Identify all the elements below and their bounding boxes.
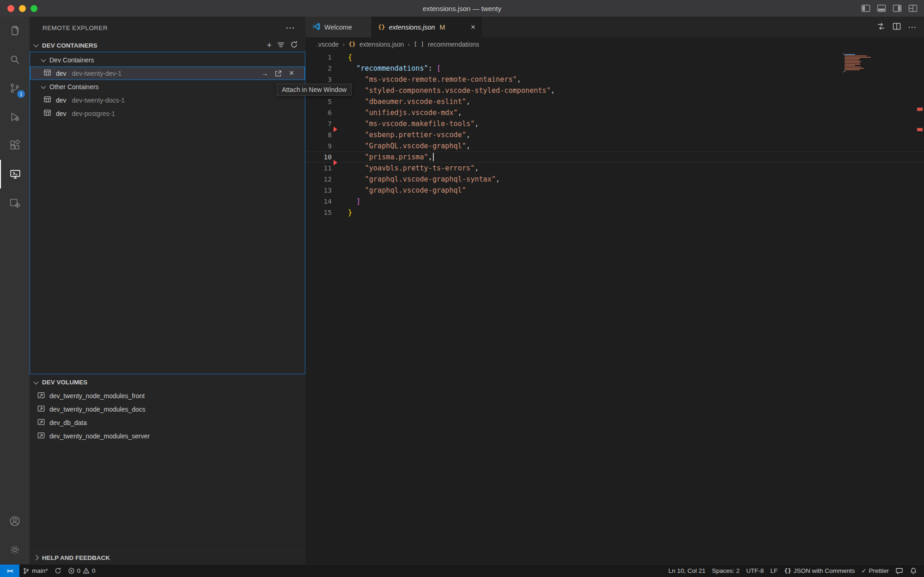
activity-bar: 1 — [0, 17, 30, 564]
section-dev-containers[interactable]: DEV CONTAINERS + — [30, 39, 305, 52]
code-line[interactable]: 4 "styled-components.vscode-styled-compo… — [305, 85, 924, 96]
toggle-primary-sidebar-icon[interactable] — [861, 4, 870, 12]
volume-item-row[interactable]: dev_twenty_node_modules_docs — [30, 402, 305, 416]
open-changes-icon[interactable] — [876, 22, 886, 33]
git-branch-status[interactable]: main* — [19, 567, 51, 575]
line-number[interactable]: 14 — [305, 198, 332, 205]
warning-count: 0 — [92, 567, 96, 574]
encoding-status[interactable]: UTF-8 — [743, 567, 767, 574]
minimap[interactable] — [843, 53, 872, 73]
customize-layout-icon[interactable] — [908, 4, 918, 12]
chevron-right-icon — [33, 555, 38, 560]
tab-bar: Welcome {} extensions.json M × ⋯ — [305, 17, 924, 37]
refresh-icon[interactable] — [290, 41, 298, 50]
chevron-separator: › — [342, 40, 345, 48]
line-number[interactable]: 5 — [305, 98, 332, 105]
code-line[interactable]: 13 "graphql.vscode-graphql" — [305, 185, 924, 196]
line-number[interactable]: 10 — [305, 153, 332, 161]
container-item-row[interactable]: devdev-twenty-dev-1→× — [30, 67, 305, 80]
more-actions-icon[interactable]: ⋯ — [908, 22, 917, 32]
feedback-icon[interactable] — [892, 567, 906, 575]
code-line[interactable]: 3 "ms-vscode-remote.remote-containers", — [305, 74, 924, 85]
overview-ruler-mark — [917, 128, 923, 131]
line-number[interactable]: 12 — [305, 176, 332, 183]
line-number[interactable]: 13 — [305, 187, 332, 194]
code-editor[interactable]: 1{2 "recommendations": [3 "ms-vscode-rem… — [305, 51, 924, 564]
line-number[interactable]: 11 — [305, 164, 332, 172]
zoom-window-button[interactable] — [30, 5, 37, 12]
volume-icon — [37, 418, 45, 427]
volume-icon — [37, 405, 45, 414]
attach-new-window-icon[interactable] — [273, 68, 283, 79]
problems-status[interactable]: 0 0 — [65, 567, 99, 574]
activity-settings-gear-icon[interactable] — [0, 535, 30, 564]
volume-item-row[interactable]: dev_twenty_node_modules_server — [30, 429, 305, 443]
code-line[interactable]: 2 "recommendations": [ — [305, 63, 924, 74]
eol-status[interactable]: LF — [767, 567, 781, 574]
section-dev-volumes[interactable]: DEV VOLUMES — [30, 376, 305, 389]
close-window-button[interactable] — [7, 5, 14, 12]
line-number[interactable]: 3 — [305, 76, 332, 83]
toggle-secondary-sidebar-icon[interactable] — [893, 4, 902, 12]
notifications-bell-icon[interactable] — [906, 567, 920, 575]
container-icon — [43, 68, 52, 78]
breadcrumb-symbol[interactable]: recommendations — [428, 41, 479, 48]
code-line[interactable]: 1{ — [305, 52, 924, 63]
volume-item-row[interactable]: dev_twenty_node_modules_front — [30, 389, 305, 402]
indentation-status[interactable]: Spaces: 2 — [709, 567, 743, 574]
code-line[interactable]: 5 "dbaeumer.vscode-eslint", — [305, 96, 924, 107]
container-group-row[interactable]: Dev Containers — [30, 53, 305, 67]
sidebar-more-actions-icon[interactable]: ⋯ — [286, 22, 295, 33]
dev-containers-tree: Dev Containersdevdev-twenty-dev-1→×Other… — [30, 52, 305, 374]
activity-run-debug[interactable] — [0, 103, 30, 131]
code-line[interactable]: 6 "unifiedjs.vscode-mdx", — [305, 107, 924, 118]
volume-item-row[interactable]: dev_db_data — [30, 416, 305, 429]
breadcrumb-folder[interactable]: .vscode — [316, 41, 339, 48]
cursor-position-status[interactable]: Ln 10, Col 21 — [665, 567, 709, 574]
code-line[interactable]: 10 "prisma.prisma", — [305, 152, 924, 163]
container-group-row[interactable]: Other Containers — [30, 80, 305, 93]
line-number[interactable]: 8 — [305, 131, 332, 139]
code-line[interactable]: 8 "esbenp.prettier-vscode", — [305, 129, 924, 140]
tab-welcome[interactable]: Welcome — [305, 17, 371, 37]
close-tab-icon[interactable]: × — [471, 23, 475, 32]
code-line[interactable]: 12 "graphql.vscode-graphql-syntax", — [305, 174, 924, 185]
breadcrumb-file[interactable]: extensions.json — [359, 41, 404, 48]
toggle-panel-icon[interactable] — [877, 4, 886, 12]
close-icon[interactable]: × — [286, 68, 297, 79]
formatter-status[interactable]: ✓ Prettier — [858, 567, 892, 574]
activity-explorer[interactable] — [0, 17, 30, 45]
line-number[interactable]: 2 — [305, 65, 332, 72]
activity-extensions[interactable] — [0, 131, 30, 160]
container-item-row[interactable]: devdev-twenty-docs-1 — [30, 93, 305, 107]
activity-containers[interactable] — [0, 188, 30, 217]
add-icon[interactable]: + — [267, 41, 272, 49]
activity-remote-explorer[interactable] — [0, 160, 30, 188]
line-number[interactable]: 7 — [305, 120, 332, 128]
error-count: 0 — [77, 567, 81, 574]
line-number[interactable]: 9 — [305, 142, 332, 150]
git-deleted-lines-marker — [334, 127, 337, 132]
line-number[interactable]: 6 — [305, 109, 332, 116]
overview-ruler-mark — [917, 108, 923, 111]
code-line[interactable]: 7 "ms-vscode.makefile-tools", — [305, 118, 924, 129]
filter-icon[interactable] — [277, 41, 285, 49]
code-line[interactable]: 11 "yoavbls.pretty-ts-errors", — [305, 163, 924, 174]
code-line[interactable]: 14 ] — [305, 196, 924, 207]
tab-extensions-json[interactable]: {} extensions.json M × — [371, 17, 482, 37]
code-line[interactable]: 9 "GraphQL.vscode-graphql", — [305, 140, 924, 152]
activity-accounts[interactable] — [0, 507, 30, 535]
language-mode-status[interactable]: {} JSON with Comments — [781, 567, 858, 574]
minimize-window-button[interactable] — [19, 5, 26, 12]
line-number[interactable]: 15 — [305, 209, 332, 216]
sync-status[interactable] — [51, 567, 65, 574]
attach-current-window-icon[interactable]: → — [260, 68, 270, 79]
line-number[interactable]: 1 — [305, 54, 332, 61]
code-line[interactable]: 15} — [305, 207, 924, 218]
activity-search[interactable] — [0, 45, 30, 74]
split-editor-icon[interactable] — [892, 22, 901, 33]
remote-indicator[interactable]: >< — [0, 565, 19, 577]
container-item-row[interactable]: devdev-postgres-1 — [30, 107, 305, 120]
activity-source-control[interactable]: 1 — [0, 74, 30, 103]
section-help-feedback[interactable]: HELP AND FEEDBACK — [30, 551, 305, 564]
